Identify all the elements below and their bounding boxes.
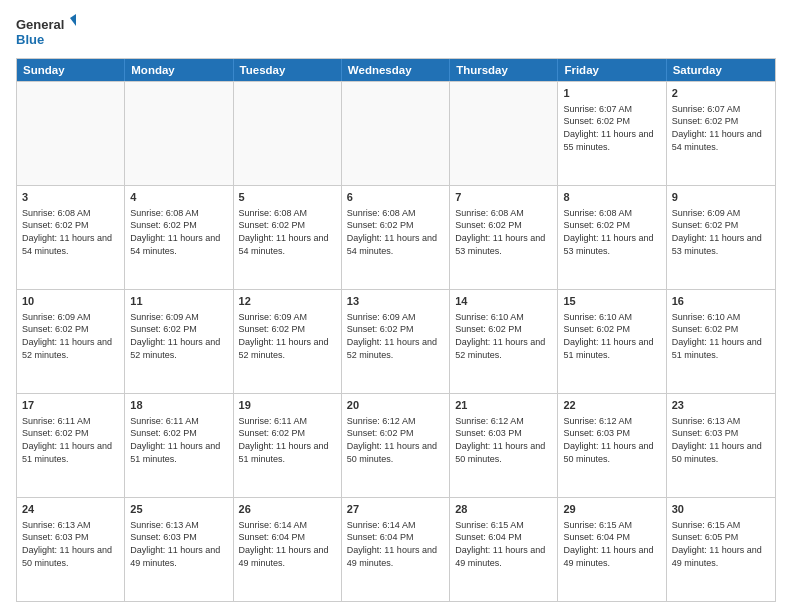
cell-info-line: Daylight: 11 hours and 54 minutes. <box>239 232 336 257</box>
day-cell-22: 22Sunrise: 6:12 AMSunset: 6:03 PMDayligh… <box>558 394 666 497</box>
cell-info-line: Sunrise: 6:09 AM <box>239 311 336 324</box>
cell-info-line: Daylight: 11 hours and 51 minutes. <box>22 440 119 465</box>
cell-info-line: Sunrise: 6:13 AM <box>672 415 770 428</box>
day-cell-12: 12Sunrise: 6:09 AMSunset: 6:02 PMDayligh… <box>234 290 342 393</box>
cell-info-line: Sunset: 6:02 PM <box>347 219 444 232</box>
cell-info-line: Sunset: 6:02 PM <box>563 219 660 232</box>
cell-info-line: Sunrise: 6:12 AM <box>347 415 444 428</box>
day-number: 13 <box>347 294 444 309</box>
day-cell-29: 29Sunrise: 6:15 AMSunset: 6:04 PMDayligh… <box>558 498 666 601</box>
empty-cell <box>450 82 558 185</box>
day-number: 22 <box>563 398 660 413</box>
cell-info-line: Sunset: 6:02 PM <box>563 323 660 336</box>
cell-info-line: Sunset: 6:03 PM <box>130 531 227 544</box>
cell-info-line: Daylight: 11 hours and 52 minutes. <box>239 336 336 361</box>
cell-info-line: Daylight: 11 hours and 53 minutes. <box>672 232 770 257</box>
cell-info-line: Daylight: 11 hours and 49 minutes. <box>672 544 770 569</box>
cell-info-line: Sunrise: 6:11 AM <box>22 415 119 428</box>
cell-info-line: Daylight: 11 hours and 54 minutes. <box>347 232 444 257</box>
cell-info-line: Sunrise: 6:12 AM <box>563 415 660 428</box>
day-number: 18 <box>130 398 227 413</box>
cell-info-line: Sunset: 6:02 PM <box>239 323 336 336</box>
header: General Blue <box>16 14 776 50</box>
logo: General Blue <box>16 14 76 50</box>
cell-info-line: Sunrise: 6:10 AM <box>563 311 660 324</box>
day-cell-14: 14Sunrise: 6:10 AMSunset: 6:02 PMDayligh… <box>450 290 558 393</box>
cell-info-line: Daylight: 11 hours and 50 minutes. <box>347 440 444 465</box>
calendar-header-sunday: Sunday <box>17 59 125 81</box>
day-number: 9 <box>672 190 770 205</box>
day-cell-25: 25Sunrise: 6:13 AMSunset: 6:03 PMDayligh… <box>125 498 233 601</box>
cell-info-line: Daylight: 11 hours and 53 minutes. <box>563 232 660 257</box>
cell-info-line: Daylight: 11 hours and 53 minutes. <box>455 232 552 257</box>
cell-info-line: Daylight: 11 hours and 49 minutes. <box>239 544 336 569</box>
cell-info-line: Sunset: 6:04 PM <box>347 531 444 544</box>
day-cell-9: 9Sunrise: 6:09 AMSunset: 6:02 PMDaylight… <box>667 186 775 289</box>
cell-info-line: Sunset: 6:02 PM <box>239 219 336 232</box>
cell-info-line: Sunset: 6:02 PM <box>347 427 444 440</box>
calendar-header-friday: Friday <box>558 59 666 81</box>
day-cell-11: 11Sunrise: 6:09 AMSunset: 6:02 PMDayligh… <box>125 290 233 393</box>
page: General Blue SundayMondayTuesdayWednesda… <box>0 0 792 612</box>
day-cell-8: 8Sunrise: 6:08 AMSunset: 6:02 PMDaylight… <box>558 186 666 289</box>
day-cell-19: 19Sunrise: 6:11 AMSunset: 6:02 PMDayligh… <box>234 394 342 497</box>
cell-info-line: Sunset: 6:02 PM <box>130 323 227 336</box>
cell-info-line: Sunset: 6:02 PM <box>22 427 119 440</box>
day-cell-30: 30Sunrise: 6:15 AMSunset: 6:05 PMDayligh… <box>667 498 775 601</box>
cell-info-line: Sunset: 6:02 PM <box>455 219 552 232</box>
empty-cell <box>342 82 450 185</box>
calendar-header-monday: Monday <box>125 59 233 81</box>
day-number: 3 <box>22 190 119 205</box>
cell-info-line: Daylight: 11 hours and 52 minutes. <box>22 336 119 361</box>
logo-svg: General Blue <box>16 14 76 50</box>
calendar-week-5: 24Sunrise: 6:13 AMSunset: 6:03 PMDayligh… <box>17 497 775 601</box>
day-number: 19 <box>239 398 336 413</box>
calendar-week-3: 10Sunrise: 6:09 AMSunset: 6:02 PMDayligh… <box>17 289 775 393</box>
svg-text:Blue: Blue <box>16 32 44 47</box>
cell-info-line: Daylight: 11 hours and 49 minutes. <box>455 544 552 569</box>
cell-info-line: Sunset: 6:03 PM <box>22 531 119 544</box>
calendar-header-row: SundayMondayTuesdayWednesdayThursdayFrid… <box>17 59 775 81</box>
cell-info-line: Sunset: 6:04 PM <box>563 531 660 544</box>
calendar-week-4: 17Sunrise: 6:11 AMSunset: 6:02 PMDayligh… <box>17 393 775 497</box>
day-number: 2 <box>672 86 770 101</box>
day-cell-24: 24Sunrise: 6:13 AMSunset: 6:03 PMDayligh… <box>17 498 125 601</box>
day-cell-4: 4Sunrise: 6:08 AMSunset: 6:02 PMDaylight… <box>125 186 233 289</box>
cell-info-line: Sunset: 6:02 PM <box>130 427 227 440</box>
day-number: 1 <box>563 86 660 101</box>
cell-info-line: Sunrise: 6:13 AM <box>130 519 227 532</box>
calendar-week-1: 1Sunrise: 6:07 AMSunset: 6:02 PMDaylight… <box>17 81 775 185</box>
cell-info-line: Sunrise: 6:08 AM <box>563 207 660 220</box>
cell-info-line: Daylight: 11 hours and 50 minutes. <box>563 440 660 465</box>
cell-info-line: Sunrise: 6:08 AM <box>455 207 552 220</box>
cell-info-line: Sunrise: 6:10 AM <box>672 311 770 324</box>
day-number: 30 <box>672 502 770 517</box>
day-number: 7 <box>455 190 552 205</box>
day-cell-16: 16Sunrise: 6:10 AMSunset: 6:02 PMDayligh… <box>667 290 775 393</box>
cell-info-line: Sunrise: 6:07 AM <box>672 103 770 116</box>
day-cell-7: 7Sunrise: 6:08 AMSunset: 6:02 PMDaylight… <box>450 186 558 289</box>
day-cell-27: 27Sunrise: 6:14 AMSunset: 6:04 PMDayligh… <box>342 498 450 601</box>
cell-info-line: Sunrise: 6:09 AM <box>672 207 770 220</box>
day-cell-17: 17Sunrise: 6:11 AMSunset: 6:02 PMDayligh… <box>17 394 125 497</box>
cell-info-line: Sunset: 6:02 PM <box>455 323 552 336</box>
cell-info-line: Sunset: 6:02 PM <box>672 323 770 336</box>
cell-info-line: Sunrise: 6:14 AM <box>239 519 336 532</box>
cell-info-line: Sunrise: 6:08 AM <box>239 207 336 220</box>
day-cell-20: 20Sunrise: 6:12 AMSunset: 6:02 PMDayligh… <box>342 394 450 497</box>
cell-info-line: Sunset: 6:05 PM <box>672 531 770 544</box>
cell-info-line: Daylight: 11 hours and 51 minutes. <box>130 440 227 465</box>
cell-info-line: Daylight: 11 hours and 49 minutes. <box>130 544 227 569</box>
cell-info-line: Sunrise: 6:13 AM <box>22 519 119 532</box>
day-number: 12 <box>239 294 336 309</box>
cell-info-line: Sunset: 6:03 PM <box>563 427 660 440</box>
cell-info-line: Sunrise: 6:09 AM <box>130 311 227 324</box>
calendar-week-2: 3Sunrise: 6:08 AMSunset: 6:02 PMDaylight… <box>17 185 775 289</box>
cell-info-line: Sunrise: 6:14 AM <box>347 519 444 532</box>
cell-info-line: Sunrise: 6:15 AM <box>672 519 770 532</box>
cell-info-line: Daylight: 11 hours and 50 minutes. <box>455 440 552 465</box>
day-cell-13: 13Sunrise: 6:09 AMSunset: 6:02 PMDayligh… <box>342 290 450 393</box>
day-number: 25 <box>130 502 227 517</box>
calendar-body: 1Sunrise: 6:07 AMSunset: 6:02 PMDaylight… <box>17 81 775 601</box>
day-number: 17 <box>22 398 119 413</box>
